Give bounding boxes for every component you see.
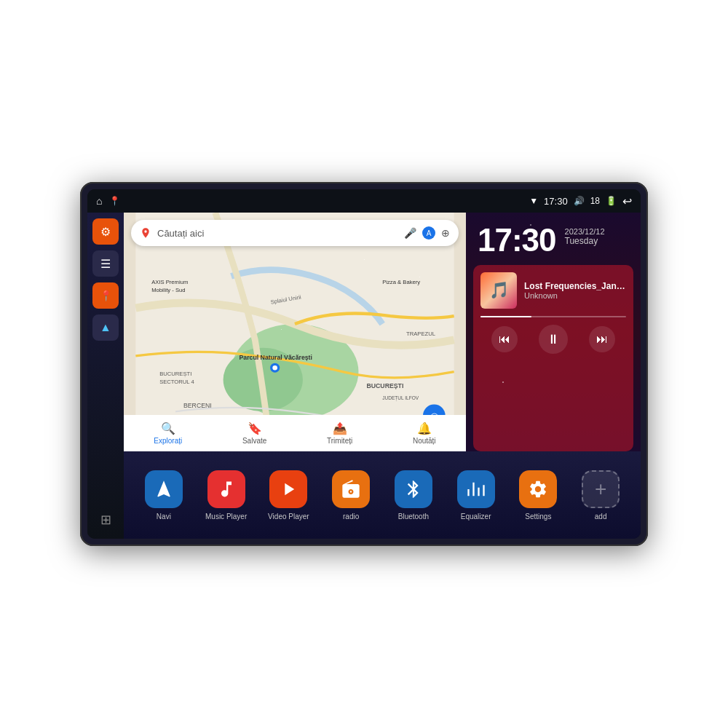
svg-text:BUCUREȘTI: BUCUREȘTI	[366, 382, 403, 389]
google-maps-icon	[140, 227, 151, 239]
share-icon: 📤	[333, 422, 347, 435]
app-add[interactable]: + add	[572, 470, 629, 521]
layers-icon[interactable]: ⊕	[441, 227, 450, 239]
saved-icon: 🔖	[248, 422, 262, 435]
map-search-placeholder[interactable]: Căutați aici	[157, 228, 398, 239]
navi-icon	[145, 470, 183, 508]
home-icon[interactable]: ⌂	[96, 195, 102, 207]
music-progress-fill	[480, 316, 531, 317]
files-icon: ☰	[100, 257, 111, 271]
app-navi[interactable]: Navi	[135, 470, 192, 521]
top-section: Splaiul Unirii TRAPEZUL BUCUREȘTI JUDEȚU…	[124, 213, 641, 451]
svg-text:Pizza & Bakery: Pizza & Bakery	[382, 279, 420, 285]
sidebar-btn-settings[interactable]: ⚙	[92, 218, 119, 245]
svg-text:TRAPEZUL: TRAPEZUL	[406, 331, 435, 337]
svg-text:JUDEȚUL ILFOV: JUDEȚUL ILFOV	[382, 395, 419, 401]
map-search-actions: 🎤 A ⊕	[404, 226, 450, 240]
music-prev-button[interactable]: ⏮	[491, 326, 518, 352]
location-icon[interactable]: 📍	[109, 196, 120, 206]
radio-label: radio	[343, 513, 359, 521]
map-saved[interactable]: 🔖 Salvate	[242, 422, 266, 445]
app-music-player[interactable]: Music Player	[198, 470, 255, 521]
settings-icon: ⚙	[100, 225, 111, 239]
svg-text:SECTORUL 4: SECTORUL 4	[159, 379, 194, 385]
map-search-bar[interactable]: Căutați aici 🎤 A ⊕	[131, 220, 459, 246]
music-text: Lost Frequencies_Janie... Unknown	[524, 281, 626, 300]
clock-widget: 17:30 2023/12/12 Tuesday	[466, 213, 641, 265]
sidebar-btn-maps[interactable]: 📍	[92, 282, 119, 309]
radio-icon-bg	[332, 470, 370, 508]
nav-arrow-icon: ▲	[100, 321, 111, 334]
clock-time: 17:30	[478, 224, 556, 256]
next-icon: ⏭	[596, 333, 608, 346]
volume-icon: 🔊	[574, 196, 585, 206]
saved-label: Salvate	[242, 437, 266, 445]
status-time: 17:30	[544, 196, 568, 207]
prev-icon: ⏮	[499, 333, 510, 346]
content-area: Splaiul Unirii TRAPEZUL BUCUREȘTI JUDEȚU…	[124, 213, 641, 539]
sidebar: ⚙ ☰ 📍 ▲ ⊞	[87, 213, 124, 539]
back-icon[interactable]: ↩	[622, 194, 632, 208]
status-bar: ⌂ 📍 ▼ 17:30 🔊 18 🔋 ↩	[87, 189, 641, 213]
news-icon: 🔔	[417, 422, 432, 435]
add-label: add	[595, 513, 607, 521]
music-info: 🎵 Lost Frequencies_Janie... Unknown	[480, 272, 626, 309]
svg-text:BUCUREȘTI: BUCUREȘTI	[159, 371, 191, 377]
map-explore[interactable]: 🔍 Explorați	[154, 422, 182, 445]
music-next-button[interactable]: ⏭	[589, 326, 615, 352]
app-settings[interactable]: Settings	[510, 470, 567, 521]
settings-label: Settings	[525, 513, 551, 521]
explore-icon: 🔍	[161, 422, 175, 435]
map-pin-icon: 📍	[100, 290, 112, 301]
clock-date-value: 2023/12/12	[565, 227, 605, 236]
add-icon-bg: +	[582, 470, 620, 508]
music-controls: ⏮ ⏸ ⏭	[480, 325, 626, 354]
device-screen: ⌂ 📍 ▼ 17:30 🔊 18 🔋 ↩ ⚙ ☰	[87, 189, 641, 539]
app-equalizer[interactable]: Equalizer	[448, 470, 505, 521]
music-widget: 🎵 Lost Frequencies_Janie... Unknown	[473, 265, 633, 451]
sidebar-btn-grid[interactable]: ⊞	[92, 507, 119, 533]
news-label: Noutăți	[413, 437, 436, 445]
svg-text:AXIS Premium: AXIS Premium	[151, 279, 188, 285]
equalizer-label: Equalizer	[461, 513, 491, 521]
music-pause-button[interactable]: ⏸	[539, 325, 568, 354]
video-player-icon-bg	[269, 470, 307, 508]
clock-date: 2023/12/12 Tuesday	[565, 224, 605, 246]
map-share[interactable]: 📤 Trimiteți	[327, 422, 352, 445]
app-bluetooth[interactable]: Bluetooth	[385, 470, 442, 521]
map-bottom-bar: 🔍 Explorați 🔖 Salvate 📤 Trimiteți	[124, 415, 466, 451]
status-left-icons: ⌂ 📍	[96, 195, 120, 207]
pause-icon: ⏸	[547, 332, 560, 347]
mic-icon[interactable]: 🎤	[404, 227, 416, 239]
right-panel: 17:30 2023/12/12 Tuesday 🎵	[466, 213, 641, 451]
svg-point-5	[272, 365, 277, 371]
video-player-label: Video Player	[268, 513, 309, 521]
main-area: ⚙ ☰ 📍 ▲ ⊞	[87, 213, 641, 539]
navi-label: Navi	[157, 513, 171, 521]
music-player-label: Music Player	[205, 513, 247, 521]
app-grid: Navi Music Player	[124, 451, 641, 539]
bluetooth-icon-bg	[395, 470, 432, 508]
sidebar-btn-nav[interactable]: ▲	[92, 314, 119, 341]
map-container[interactable]: Splaiul Unirii TRAPEZUL BUCUREȘTI JUDEȚU…	[124, 213, 466, 451]
music-album-art: 🎵	[480, 272, 517, 309]
account-icon[interactable]: A	[422, 226, 435, 240]
grid-icon: ⊞	[100, 512, 111, 528]
svg-text:Mobility - Sud: Mobility - Sud	[151, 287, 185, 293]
settings-icon-bg	[519, 470, 557, 508]
music-progress-bar	[480, 316, 626, 317]
wifi-icon: ▼	[529, 196, 538, 206]
svg-text:BERCENI: BERCENI	[183, 402, 212, 409]
app-radio[interactable]: radio	[323, 470, 379, 521]
status-right-icons: ▼ 17:30 🔊 18 🔋 ↩	[529, 194, 632, 208]
sidebar-btn-files[interactable]: ☰	[92, 250, 119, 277]
map-news[interactable]: 🔔 Noutăți	[413, 422, 436, 445]
share-label: Trimiteți	[327, 437, 352, 445]
battery-level: 18	[590, 196, 600, 206]
clock-day-value: Tuesday	[565, 236, 605, 246]
equalizer-icon-bg	[457, 470, 495, 508]
app-video-player[interactable]: Video Player	[261, 470, 317, 521]
explore-label: Explorați	[154, 437, 182, 445]
bluetooth-label: Bluetooth	[398, 513, 429, 521]
music-artist: Unknown	[524, 291, 626, 300]
